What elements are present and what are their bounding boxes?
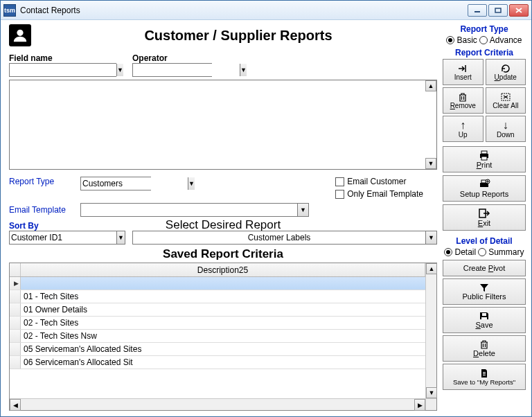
close-button[interactable] — [509, 4, 529, 17]
print-button[interactable]: Print — [443, 146, 526, 172]
basic-radio[interactable] — [446, 36, 454, 44]
grid-scroll-right-button[interactable]: ▶ — [414, 399, 425, 411]
email-template-dropdown-button[interactable]: ▼ — [297, 204, 308, 216]
sort-by-label: Sort By — [9, 221, 125, 231]
email-template-input[interactable] — [81, 204, 297, 216]
sort-by-dropdown-button[interactable]: ▼ — [116, 231, 125, 244]
save-icon — [479, 311, 490, 321]
down-button[interactable]: ↓ Down — [486, 116, 526, 142]
setup-reports-icon — [478, 179, 490, 190]
report-type-combo[interactable]: ▼ — [80, 177, 151, 190]
insert-icon — [457, 64, 468, 73]
app-icon: tsm — [3, 4, 16, 17]
grid-vscroll-track[interactable] — [426, 274, 436, 387]
down-label: Down — [497, 132, 515, 139]
remove-label: Remove — [450, 103, 476, 109]
operator-input[interactable] — [133, 64, 240, 76]
grid-description-header[interactable]: Description25 — [21, 263, 425, 276]
operator-combo[interactable]: ▼ — [132, 63, 212, 77]
remove-button[interactable]: Remove — [443, 87, 484, 114]
delete-icon — [479, 339, 489, 349]
criteria-scroll-down[interactable]: ▼ — [425, 158, 436, 169]
create-pivot-button[interactable]: Create Pivot — [443, 260, 526, 276]
desired-report-dropdown-button[interactable]: ▼ — [425, 231, 436, 244]
grid-cell-description: 02 - Tech Sites — [21, 317, 436, 329]
arrow-up-icon: ↑ — [460, 120, 466, 131]
desired-report-input[interactable] — [133, 231, 425, 244]
clear-all-label: Clear All — [493, 103, 518, 109]
grid-row[interactable]: 01 Owner Details — [10, 303, 436, 317]
side-report-type-heading: Report Type — [443, 24, 526, 34]
svg-rect-0 — [475, 11, 480, 12]
setup-reports-button[interactable]: Setup Reports — [443, 175, 526, 202]
field-name-combo[interactable]: ▼ — [9, 63, 116, 77]
arrow-down-icon: ↓ — [503, 120, 508, 131]
grid-scroll-corner — [425, 398, 436, 410]
printer-icon — [478, 150, 490, 161]
field-name-dropdown-button[interactable]: ▼ — [116, 64, 123, 76]
save-button[interactable]: Save — [443, 307, 526, 333]
grid-cell-description: 01 - Tech Sites — [21, 290, 436, 303]
email-customer-label: Email Customer — [347, 177, 406, 186]
grid-hscroll-track[interactable] — [21, 399, 414, 410]
public-filters-label: Public Filters — [463, 292, 506, 301]
svg-rect-6 — [481, 157, 487, 160]
svg-rect-1 — [495, 8, 501, 12]
save-to-my-reports-button[interactable]: Save to "My Reports" — [443, 364, 526, 390]
desired-report-combo[interactable]: ▼ — [132, 231, 437, 245]
insert-label: Insert — [454, 74, 472, 81]
public-filters-button[interactable]: Public Filters — [443, 278, 526, 305]
grid-row[interactable]: 02 - Tech Sites Nsw — [10, 330, 436, 343]
svg-rect-11 — [482, 313, 486, 316]
criteria-scroll-up[interactable]: ▲ — [425, 80, 436, 91]
sort-by-input[interactable] — [10, 231, 116, 244]
grid-row-marker — [10, 303, 21, 316]
insert-button[interactable]: Insert — [443, 59, 484, 85]
sort-by-combo[interactable]: ▼ — [9, 231, 125, 245]
grid-row[interactable]: 02 - Tech Sites — [10, 317, 436, 330]
advance-radio[interactable] — [479, 36, 488, 44]
email-customer-checkbox[interactable] — [335, 177, 344, 186]
titlebar: tsm Contact Reports — [1, 1, 531, 20]
grid-scroll-down-button[interactable]: ▼ — [426, 387, 437, 398]
trash-icon — [458, 92, 468, 102]
grid-row-marker — [10, 330, 21, 342]
print-label: Print — [477, 161, 493, 169]
grid-row[interactable]: 05 Serviceman's Allocated Sites — [10, 343, 436, 356]
saved-report-criteria-heading: Saved Report Criteria — [9, 247, 437, 261]
minimize-icon — [474, 8, 481, 13]
grid-horizontal-scrollbar[interactable]: ◀ ▶ — [10, 398, 425, 410]
report-type-dropdown-button[interactable]: ▼ — [188, 177, 195, 190]
minimize-button[interactable] — [468, 4, 487, 17]
svg-rect-12 — [481, 317, 487, 319]
up-button[interactable]: ↑ Up — [443, 116, 484, 142]
report-type-input[interactable] — [81, 177, 188, 190]
only-email-template-checkbox[interactable] — [335, 190, 344, 199]
report-type-label: Report Type — [9, 177, 75, 186]
grid-vertical-scrollbar[interactable]: ▲ ▼ — [425, 263, 436, 398]
grid-row[interactable]: 01 - Tech Sites — [10, 290, 436, 303]
field-name-input[interactable] — [10, 64, 116, 76]
email-template-combo[interactable]: ▼ — [80, 203, 309, 217]
maximize-button[interactable] — [488, 4, 508, 17]
delete-button[interactable]: Delete — [443, 335, 526, 362]
grid-row-marker — [10, 290, 21, 303]
close-icon — [515, 8, 522, 13]
clear-all-button[interactable]: Clear All — [486, 87, 526, 114]
criteria-textarea[interactable]: ▲ ▼ — [9, 80, 437, 170]
grid-row[interactable]: 06 Serviceman's Allocated Sit — [10, 356, 436, 369]
operator-dropdown-button[interactable]: ▼ — [240, 64, 247, 76]
update-button[interactable]: Update — [486, 59, 526, 85]
grid-row-marker — [10, 356, 21, 369]
exit-button[interactable]: Exit — [443, 204, 526, 231]
svg-point-2 — [17, 30, 23, 36]
grid-scroll-left-button[interactable]: ◀ — [10, 399, 21, 411]
clear-all-icon — [500, 92, 511, 102]
setup-reports-label: Setup Reports — [460, 190, 508, 198]
grid-row[interactable] — [10, 277, 436, 290]
detail-radio[interactable] — [444, 248, 452, 256]
grid-scroll-up-button[interactable]: ▲ — [426, 263, 437, 274]
summary-radio[interactable] — [478, 248, 486, 256]
saved-criteria-grid[interactable]: Description25 01 - Tech Sites01 Owner De… — [9, 263, 437, 411]
save-label: Save — [475, 321, 493, 329]
